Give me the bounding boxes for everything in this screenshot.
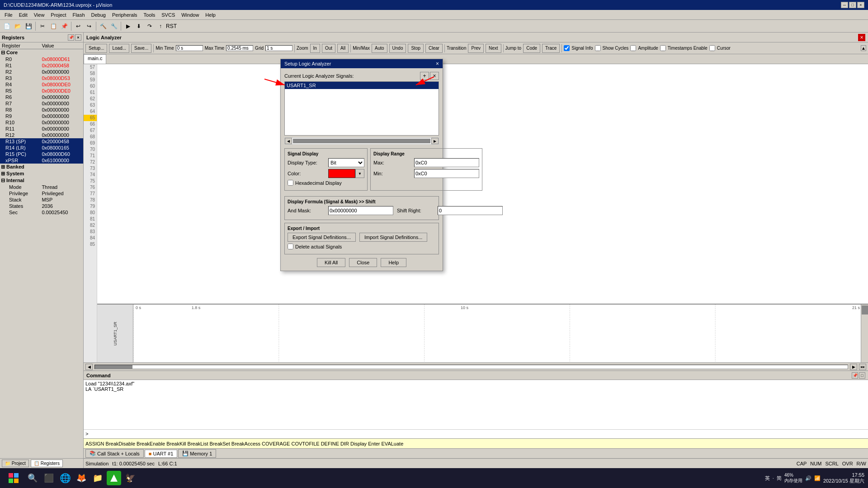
- menu-svcs[interactable]: SVCS: [159, 11, 178, 19]
- menu-tools[interactable]: Tools: [141, 11, 158, 19]
- zoom-out-btn[interactable]: Out: [322, 44, 335, 53]
- scroll-right-btn[interactable]: ▶: [431, 138, 439, 144]
- system-section-header[interactable]: ⊞ System: [0, 170, 83, 177]
- paste-btn[interactable]: 📌: [59, 21, 69, 31]
- add-signal-btn[interactable]: +: [420, 72, 429, 80]
- firefox-icon[interactable]: 🦊: [74, 471, 89, 485]
- reset-btn[interactable]: RST: [166, 21, 176, 31]
- table-row[interactable]: R00x08000D61: [0, 56, 83, 62]
- menu-peripherals[interactable]: Peripherals: [109, 11, 140, 19]
- step-over-btn[interactable]: ↷: [145, 21, 155, 31]
- signal-item-usart1sr[interactable]: USART1_SR: [285, 82, 439, 89]
- display-type-select[interactable]: Bit Unsigned Signed Float: [328, 158, 364, 167]
- table-row[interactable]: PrivilegePrivileged: [0, 190, 83, 197]
- call-stack-tab[interactable]: 📚 Call Stack + Locals: [85, 449, 144, 458]
- table-row[interactable]: R50x08000DE0: [0, 88, 83, 94]
- minimize-button[interactable]: ─: [841, 2, 848, 8]
- table-row[interactable]: R13 (SP)0x20000458: [0, 138, 83, 145]
- show-cycles-check[interactable]: [595, 45, 601, 51]
- undo-la-btn[interactable]: Undo: [389, 44, 406, 53]
- table-row[interactable]: xPSR0x61000000: [0, 157, 83, 164]
- menu-help[interactable]: Help: [203, 11, 218, 19]
- input-method[interactable]: 英: [765, 475, 770, 482]
- table-row[interactable]: States2036: [0, 203, 83, 209]
- table-row[interactable]: R120x00000000: [0, 132, 83, 138]
- timeline-right-btn[interactable]: ▶: [850, 364, 857, 370]
- green-app-icon[interactable]: [107, 471, 121, 485]
- help-btn[interactable]: Help: [381, 258, 406, 267]
- command-content[interactable]: Load "1234\\1234.axf" LA `USART1_SR: [84, 380, 868, 429]
- open-btn[interactable]: 📂: [13, 21, 23, 31]
- table-row[interactable]: R90x00000000: [0, 113, 83, 119]
- step-out-btn[interactable]: ↑: [156, 21, 165, 31]
- zoom-all-btn[interactable]: All: [337, 44, 349, 53]
- table-row[interactable]: R14 (LR)0x08000165: [0, 145, 83, 151]
- color-dropdown-btn[interactable]: ▼: [355, 169, 364, 178]
- remove-signal-btn[interactable]: ×: [430, 72, 439, 80]
- internal-section-header[interactable]: ⊟ Internal: [0, 177, 83, 184]
- zoom-in-btn[interactable]: In: [310, 44, 320, 53]
- app-icon-2[interactable]: 🦅: [123, 471, 137, 485]
- volume-icon[interactable]: 🔊: [805, 475, 811, 481]
- scroll-left-btn[interactable]: ◀: [285, 138, 292, 144]
- amplitude-check[interactable]: [630, 45, 636, 51]
- table-row[interactable]: R20x00000000: [0, 69, 83, 75]
- table-row[interactable]: R15 (PC)0x08000D60: [0, 151, 83, 157]
- dialog-close-btn[interactable]: ×: [436, 61, 439, 67]
- timeline-left-btn[interactable]: ◀: [85, 364, 93, 370]
- panel-pin-icon[interactable]: 📌: [68, 34, 74, 41]
- maximize-button[interactable]: □: [849, 2, 856, 8]
- build-btn[interactable]: 🔨: [98, 21, 108, 31]
- la-close-btn[interactable]: ×: [858, 34, 865, 41]
- signal-info-check[interactable]: [564, 45, 570, 51]
- timeline-track[interactable]: [94, 365, 848, 369]
- close-button[interactable]: ×: [857, 2, 864, 8]
- trace-btn[interactable]: Trace: [542, 44, 560, 53]
- stop-btn[interactable]: Stop: [408, 44, 424, 53]
- registers-tab[interactable]: 📋 Registers: [31, 460, 63, 467]
- la-load-btn[interactable]: Load...: [109, 44, 129, 53]
- new-file-btn[interactable]: 📄: [2, 21, 12, 31]
- run-btn[interactable]: ▶: [123, 21, 133, 31]
- auto-btn[interactable]: Auto: [372, 44, 387, 53]
- table-row[interactable]: R40x08000DE0: [0, 81, 83, 88]
- command-pin-icon[interactable]: 📌: [852, 372, 858, 379]
- start-button[interactable]: [4, 469, 24, 487]
- rebuild-btn[interactable]: 🔧: [109, 21, 119, 31]
- signal-list[interactable]: USART1_SR: [284, 81, 439, 136]
- shift-right-input[interactable]: [438, 206, 503, 215]
- menu-debug[interactable]: Debug: [89, 11, 108, 19]
- la-expand-btn[interactable]: ▲: [861, 45, 866, 51]
- la-setup-btn[interactable]: Setup...: [85, 44, 107, 53]
- copy-btn[interactable]: 📋: [48, 21, 58, 31]
- table-row[interactable]: StackMSP: [0, 197, 83, 203]
- main-c-tab[interactable]: main.c: [84, 54, 106, 64]
- menu-view[interactable]: View: [31, 11, 47, 19]
- panel-close-icon[interactable]: ×: [75, 34, 81, 41]
- next-btn[interactable]: Next: [486, 44, 501, 53]
- menu-project[interactable]: Project: [48, 11, 69, 19]
- step-btn[interactable]: ⬇: [134, 21, 144, 31]
- timestamps-check[interactable]: [660, 45, 666, 51]
- code-btn[interactable]: Code: [523, 44, 540, 53]
- search-taskbar-icon[interactable]: 🔍: [25, 471, 40, 485]
- delete-signals-check[interactable]: [288, 244, 293, 249]
- command-expand-icon[interactable]: □: [859, 372, 865, 379]
- close-dialog-btn[interactable]: Close: [349, 258, 377, 267]
- edge-icon[interactable]: 🌐: [58, 471, 72, 485]
- waveform-scrollbar[interactable]: [861, 305, 868, 362]
- command-input[interactable]: [89, 432, 866, 437]
- cursor-check[interactable]: [709, 45, 715, 51]
- core-section-header[interactable]: ⊟ Core: [0, 49, 83, 56]
- export-signal-btn[interactable]: Export Signal Definitions...: [288, 233, 356, 242]
- task-view-icon[interactable]: ⬛: [42, 471, 56, 485]
- cut-btn[interactable]: ✂: [38, 21, 47, 31]
- min-input[interactable]: [414, 169, 479, 178]
- uart-tab[interactable]: ■ UART #1: [145, 450, 178, 458]
- clear-btn[interactable]: Clear: [425, 44, 443, 53]
- network-icon[interactable]: 📶: [814, 475, 821, 481]
- menu-edit[interactable]: Edit: [16, 11, 30, 19]
- waveform-area[interactable]: 0 s 1.8 s 10 s 21 s: [133, 305, 861, 362]
- hex-display-check[interactable]: [288, 180, 293, 186]
- prev-btn[interactable]: Prev: [468, 44, 484, 53]
